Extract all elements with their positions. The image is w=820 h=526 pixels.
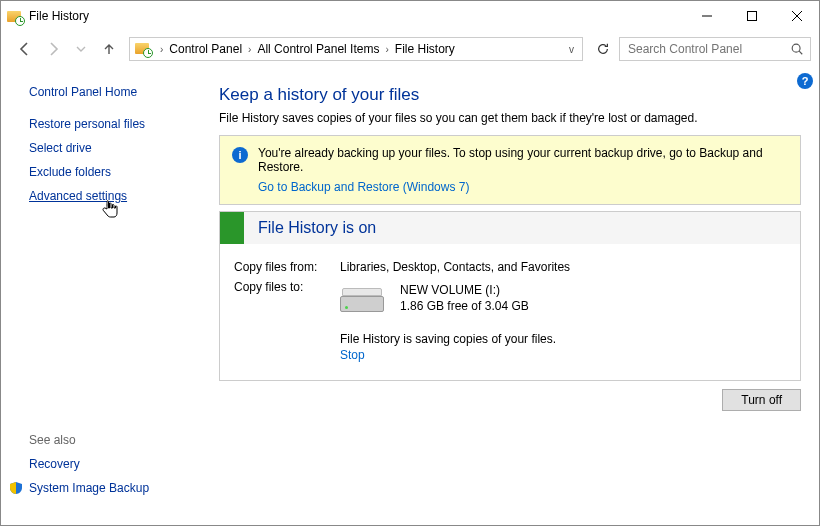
- maximize-button[interactable]: [729, 1, 774, 31]
- breadcrumb-dropdown[interactable]: v: [563, 44, 580, 55]
- copy-from-value: Libraries, Desktop, Contacts, and Favori…: [340, 260, 570, 274]
- titlebar: File History: [1, 1, 819, 31]
- status-indicator-icon: [220, 212, 244, 244]
- info-icon: i: [232, 147, 248, 163]
- shield-icon: [9, 481, 23, 495]
- see-also-recovery-link[interactable]: Recovery: [29, 457, 191, 471]
- svg-rect-1: [747, 12, 756, 21]
- minimize-button[interactable]: [684, 1, 729, 31]
- chevron-right-icon[interactable]: ›: [244, 44, 255, 55]
- drive-space: 1.86 GB free of 3.04 GB: [400, 298, 529, 314]
- info-message: You're already backing up your files. To…: [258, 146, 790, 174]
- saving-message: File History is saving copies of your fi…: [340, 332, 786, 346]
- page-title: Keep a history of your files: [219, 85, 801, 105]
- breadcrumb[interactable]: › Control Panel › All Control Panel Item…: [129, 37, 583, 61]
- window-title: File History: [29, 9, 89, 23]
- stop-link[interactable]: Stop: [340, 348, 365, 362]
- up-button[interactable]: [97, 37, 121, 61]
- drive-name: NEW VOLUME (I:): [400, 282, 529, 298]
- close-button[interactable]: [774, 1, 819, 31]
- back-button[interactable]: [13, 37, 37, 61]
- control-panel-home-link[interactable]: Control Panel Home: [29, 85, 191, 99]
- drive-icon: [340, 288, 384, 316]
- backup-restore-link[interactable]: Go to Backup and Restore (Windows 7): [258, 180, 469, 194]
- copy-to-label: Copy files to:: [234, 280, 340, 316]
- search-input[interactable]: [619, 37, 811, 61]
- status-header: File History is on: [220, 212, 800, 244]
- search-field[interactable]: [626, 41, 784, 57]
- chevron-right-icon[interactable]: ›: [381, 44, 392, 55]
- sidebar-exclude-folders-link[interactable]: Exclude folders: [29, 165, 191, 179]
- svg-line-5: [799, 51, 802, 54]
- chevron-right-icon[interactable]: ›: [156, 44, 167, 55]
- see-also-header: See also: [29, 433, 191, 447]
- recent-dropdown[interactable]: [69, 37, 93, 61]
- address-bar: › Control Panel › All Control Panel Item…: [1, 31, 819, 67]
- intro-text: File History saves copies of your files …: [219, 111, 801, 125]
- search-icon: [790, 42, 804, 56]
- refresh-button[interactable]: [591, 37, 615, 61]
- forward-button[interactable]: [41, 37, 65, 61]
- breadcrumb-item[interactable]: All Control Panel Items: [255, 42, 381, 56]
- help-icon[interactable]: ?: [797, 73, 813, 89]
- main-content: ? Keep a history of your files File Hist…: [201, 67, 819, 525]
- see-also-sysimg-link[interactable]: System Image Backup: [29, 481, 191, 495]
- breadcrumb-item[interactable]: Control Panel: [167, 42, 244, 56]
- turn-off-button[interactable]: Turn off: [722, 389, 801, 411]
- app-icon: [7, 8, 23, 24]
- see-also-section: See also Recovery System Image Backup: [29, 433, 191, 515]
- sidebar-select-drive-link[interactable]: Select drive: [29, 141, 191, 155]
- sidebar: Control Panel Home Restore personal file…: [1, 67, 201, 525]
- info-banner: i You're already backing up your files. …: [219, 135, 801, 205]
- status-title: File History is on: [244, 219, 376, 237]
- sidebar-restore-link[interactable]: Restore personal files: [29, 117, 191, 131]
- location-icon: [135, 40, 153, 58]
- svg-point-4: [792, 44, 800, 52]
- copy-from-label: Copy files from:: [234, 260, 340, 274]
- breadcrumb-item[interactable]: File History: [393, 42, 457, 56]
- sidebar-advanced-settings-link[interactable]: Advanced settings: [29, 189, 191, 203]
- status-panel: File History is on Copy files from: Libr…: [219, 211, 801, 381]
